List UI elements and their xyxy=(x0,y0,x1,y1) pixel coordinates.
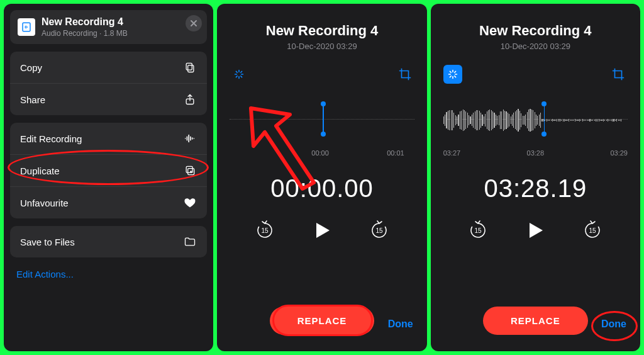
skip-forward-icon: 15 xyxy=(369,220,390,241)
waveform-baseline xyxy=(230,119,414,120)
crop-button[interactable] xyxy=(609,65,628,84)
crop-icon xyxy=(398,67,412,81)
current-time: 03:28.19 xyxy=(431,174,640,203)
close-button[interactable] xyxy=(186,15,202,31)
recording-title: New Recording 4 xyxy=(431,23,640,39)
play-button[interactable] xyxy=(311,219,333,242)
editor-screen-start: New Recording 4 10-Dec-2020 03:29 00:00 … xyxy=(217,4,426,351)
skip-back-button[interactable]: 15 xyxy=(467,220,489,241)
svg-text:15: 15 xyxy=(375,227,383,234)
file-thumbnail-icon xyxy=(18,18,35,36)
playback-controls: 15 15 xyxy=(431,219,640,242)
svg-rect-2 xyxy=(186,63,192,70)
heart-icon xyxy=(183,196,197,210)
waveform-icon xyxy=(183,132,197,145)
menu-save-to-files[interactable]: Save to Files xyxy=(10,226,207,257)
magic-wand-icon xyxy=(232,67,246,81)
current-time: 00:00.00 xyxy=(217,174,426,203)
waveform-area[interactable] xyxy=(443,95,628,152)
menu-label: Share xyxy=(20,94,45,105)
edit-actions-link[interactable]: Edit Actions... xyxy=(4,261,213,287)
menu-share[interactable]: Share xyxy=(10,84,207,115)
editor-header: New Recording 4 10-Dec-2020 03:29 xyxy=(217,4,426,51)
play-icon xyxy=(524,219,547,242)
menu-label: Duplicate xyxy=(20,166,60,176)
play-button[interactable] xyxy=(524,219,547,242)
context-menu-screen: New Recording 4 Audio Recording · 1.8 MB… xyxy=(4,4,213,351)
magic-wand-button[interactable] xyxy=(443,65,462,84)
done-link[interactable]: Done xyxy=(601,318,626,330)
menu-group-2: Edit Recording Duplicate Unfavourite xyxy=(10,123,207,218)
crop-button[interactable] xyxy=(396,65,414,84)
svg-text:15: 15 xyxy=(261,227,269,234)
menu-label: Edit Recording xyxy=(20,133,82,144)
duplicate-icon xyxy=(183,164,197,178)
menu-label: Save to Files xyxy=(20,237,75,247)
recording-title: New Recording 4 xyxy=(217,23,426,39)
skip-forward-button[interactable]: 15 xyxy=(369,220,390,241)
skip-forward-button[interactable]: 15 xyxy=(582,220,603,241)
svg-rect-1 xyxy=(188,65,194,72)
playback-controls: 15 15 xyxy=(217,219,426,242)
menu-group-3: Save to Files xyxy=(10,226,207,257)
done-link[interactable]: Done xyxy=(388,318,413,330)
play-icon xyxy=(311,219,333,242)
menu-edit-recording[interactable]: Edit Recording xyxy=(10,123,207,155)
trim-handle[interactable] xyxy=(544,104,545,134)
svg-text:15: 15 xyxy=(475,227,482,234)
editor-screen-end: New Recording 4 10-Dec-2020 03:29 03:27 … xyxy=(431,4,640,351)
recording-date: 10-Dec-2020 03:29 xyxy=(431,42,640,51)
folder-icon xyxy=(183,235,197,249)
replace-button[interactable]: REPLACE xyxy=(483,307,588,335)
menu-label: Unfavourite xyxy=(20,198,69,208)
copy-icon xyxy=(183,60,197,74)
skip-forward-icon: 15 xyxy=(582,220,603,241)
file-header: New Recording 4 Audio Recording · 1.8 MB xyxy=(10,10,207,44)
replace-button[interactable]: REPLACE xyxy=(270,307,375,335)
skip-back-icon: 15 xyxy=(254,220,275,241)
menu-label: Copy xyxy=(20,62,42,73)
share-icon xyxy=(183,93,197,106)
editor-header: New Recording 4 10-Dec-2020 03:29 xyxy=(431,4,640,51)
svg-text:15: 15 xyxy=(589,227,597,234)
menu-group-1: Copy Share xyxy=(10,52,207,115)
waveform-bars xyxy=(443,108,628,133)
waveform-area[interactable] xyxy=(230,95,414,152)
file-subtitle: Audio Recording · 1.8 MB xyxy=(42,29,128,38)
skip-back-button[interactable]: 15 xyxy=(254,220,275,241)
close-icon xyxy=(190,20,197,27)
recording-date: 10-Dec-2020 03:29 xyxy=(217,42,426,51)
magic-wand-button[interactable] xyxy=(230,65,248,84)
menu-copy[interactable]: Copy xyxy=(10,52,207,84)
crop-icon xyxy=(611,67,625,81)
menu-unfavourite[interactable]: Unfavourite xyxy=(10,187,207,218)
menu-duplicate[interactable]: Duplicate xyxy=(10,155,207,187)
magic-wand-icon xyxy=(446,67,460,81)
file-title: New Recording 4 xyxy=(42,16,128,28)
skip-back-icon: 15 xyxy=(467,220,489,241)
trim-handle-left[interactable] xyxy=(323,104,324,134)
